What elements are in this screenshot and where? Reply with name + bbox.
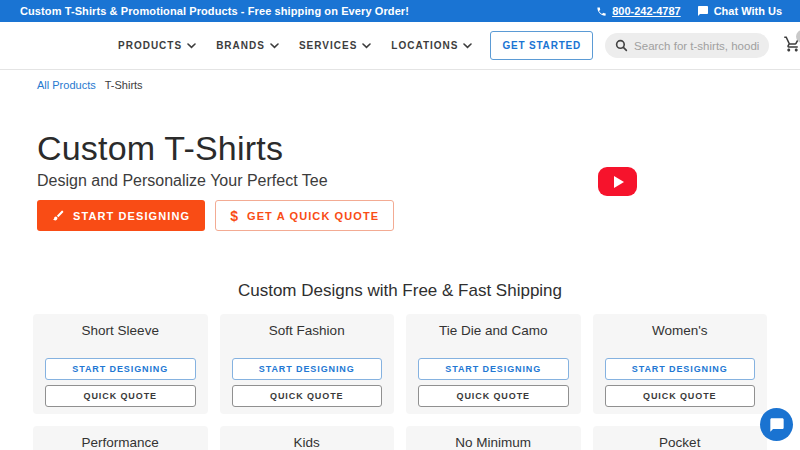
card-short-sleeve: Short Sleeve START DESIGNING QUICK QUOTE xyxy=(33,314,208,414)
start-designing-label: START DESIGNING xyxy=(73,210,190,222)
card-title: Tie Die and Camo xyxy=(418,323,569,338)
card-start-designing-button[interactable]: START DESIGNING xyxy=(232,358,383,380)
chevron-down-icon xyxy=(270,43,279,49)
card-quick-quote-button[interactable]: QUICK QUOTE xyxy=(232,385,383,407)
search-icon xyxy=(615,39,628,52)
card-title: Kids xyxy=(232,435,383,450)
search-bar[interactable] xyxy=(605,33,769,58)
nav-brands-label: BRANDS xyxy=(216,40,265,51)
card-start-designing-button[interactable]: START DESIGNING xyxy=(418,358,569,380)
chat-widget-button[interactable] xyxy=(760,408,793,441)
chat-bubble-icon xyxy=(769,417,785,433)
video-play-button[interactable] xyxy=(598,167,637,196)
nav-item-products[interactable]: PRODUCTS xyxy=(118,40,196,51)
dollar-icon: $ xyxy=(230,208,239,224)
search-input[interactable] xyxy=(634,40,759,52)
breadcrumb: All Products T-Shirts xyxy=(0,70,800,91)
card-quick-quote-button[interactable]: QUICK QUOTE xyxy=(605,385,756,407)
phone-icon xyxy=(596,6,607,17)
brush-icon xyxy=(52,209,65,222)
phone-number: 800-242-4787 xyxy=(612,5,681,17)
topbar-contact: 800-242-4787 Chat With Us xyxy=(596,5,782,17)
phone-link[interactable]: 800-242-4787 xyxy=(596,5,681,17)
start-designing-button[interactable]: START DESIGNING xyxy=(37,200,205,231)
page-title: Custom T-Shirts xyxy=(37,129,763,168)
announcement-bar: Custom T-Shirts & Promotional Products -… xyxy=(0,0,800,22)
card-title: Pocket xyxy=(605,435,756,450)
card-title: Short Sleeve xyxy=(45,323,196,338)
nav-services-label: SERVICES xyxy=(299,40,357,51)
card-quick-quote-button[interactable]: QUICK QUOTE xyxy=(45,385,196,407)
hero-section: Custom T-Shirts Design and Personalize Y… xyxy=(0,91,800,231)
chat-label: Chat With Us xyxy=(714,5,782,17)
card-kids: Kids xyxy=(220,426,395,450)
card-tie-die-and-camo: Tie Die and Camo START DESIGNING QUICK Q… xyxy=(406,314,581,414)
card-start-designing-button[interactable]: START DESIGNING xyxy=(605,358,756,380)
card-no-minimum: No Minimum xyxy=(406,426,581,450)
nav-products-label: PRODUCTS xyxy=(118,40,182,51)
cart-count-badge: 0 xyxy=(796,30,800,43)
card-soft-fashion: Soft Fashion START DESIGNING QUICK QUOTE xyxy=(220,314,395,414)
hero-subtitle: Design and Personalize Your Perfect Tee xyxy=(37,172,763,190)
play-icon xyxy=(614,176,624,188)
category-cards-row2: Performance Kids No Minimum Pocket xyxy=(33,426,767,450)
hero-buttons: START DESIGNING $ GET A QUICK QUOTE xyxy=(37,200,763,231)
chevron-down-icon xyxy=(187,43,196,49)
quick-quote-button[interactable]: $ GET A QUICK QUOTE xyxy=(215,200,394,231)
chat-icon xyxy=(697,5,709,17)
card-performance: Performance xyxy=(33,426,208,450)
chevron-down-icon xyxy=(362,43,371,49)
card-title: Soft Fashion xyxy=(232,323,383,338)
breadcrumb-current: T-Shirts xyxy=(105,79,143,91)
card-title: Performance xyxy=(45,435,196,450)
card-title: No Minimum xyxy=(418,435,569,450)
card-title: Women's xyxy=(605,323,756,338)
card-pocket: Pocket xyxy=(593,426,768,450)
get-started-button[interactable]: GET STARTED xyxy=(490,31,593,60)
nav-item-brands[interactable]: BRANDS xyxy=(216,40,279,51)
card-womens: Women's START DESIGNING QUICK QUOTE xyxy=(593,314,768,414)
card-start-designing-button[interactable]: START DESIGNING xyxy=(45,358,196,380)
chevron-down-icon xyxy=(463,43,472,49)
nav-item-services[interactable]: SERVICES xyxy=(299,40,371,51)
category-cards-row1: Short Sleeve START DESIGNING QUICK QUOTE… xyxy=(33,314,767,414)
announcement-message: Custom T-Shirts & Promotional Products -… xyxy=(20,5,409,17)
cart-button[interactable]: 0 xyxy=(783,35,800,57)
quick-quote-label: GET A QUICK QUOTE xyxy=(247,210,379,222)
nav-menu: PRODUCTS BRANDS SERVICES LOCATIONS xyxy=(118,40,472,51)
card-quick-quote-button[interactable]: QUICK QUOTE xyxy=(418,385,569,407)
main-navbar: PRODUCTS BRANDS SERVICES LOCATIONS GET S… xyxy=(0,22,800,70)
section-heading: Custom Designs with Free & Fast Shipping xyxy=(0,281,800,301)
breadcrumb-all-products[interactable]: All Products xyxy=(37,79,96,91)
nav-item-locations[interactable]: LOCATIONS xyxy=(391,40,472,51)
nav-locations-label: LOCATIONS xyxy=(391,40,458,51)
chat-with-us-link[interactable]: Chat With Us xyxy=(697,5,782,17)
